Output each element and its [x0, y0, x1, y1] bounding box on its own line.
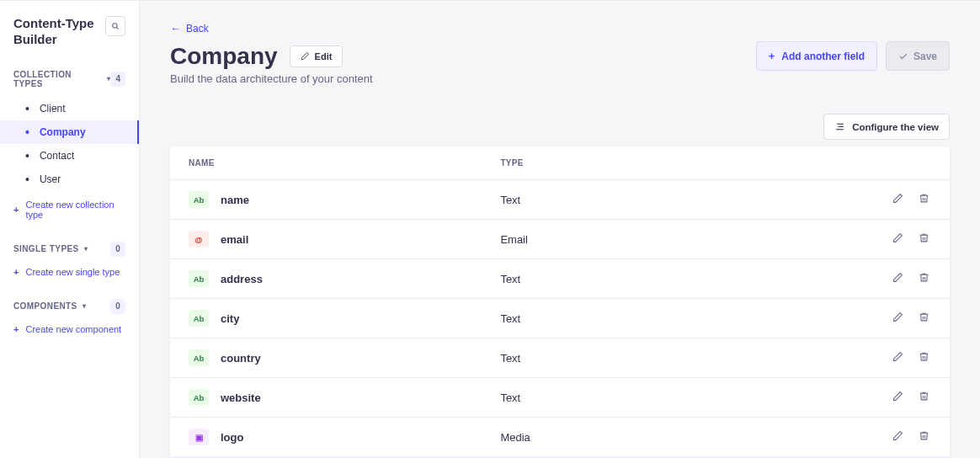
delete-field-button[interactable] [917, 310, 931, 327]
edit-field-button[interactable] [891, 270, 905, 287]
back-link[interactable]: ← Back [170, 22, 209, 35]
trash-icon [919, 194, 929, 206]
type-chip-text-icon: Ab [189, 349, 209, 366]
column-header-name: NAME [170, 146, 482, 180]
nav-section: SINGLE TYPES ▾0+Create new single type [0, 237, 139, 285]
table-row: AbcityText [170, 299, 950, 338]
configure-view-button[interactable]: Configure the view [823, 114, 950, 140]
sidebar-title: Content-Type Builder [13, 16, 105, 48]
table-row: @emailEmail [170, 220, 950, 259]
field-name: email [221, 233, 248, 246]
create-link[interactable]: +Create new single type [0, 262, 139, 285]
svg-line-1 [116, 27, 118, 29]
field-name: country [221, 352, 261, 365]
edit-field-button[interactable] [891, 310, 905, 327]
type-chip-email-icon: @ [189, 231, 209, 248]
save-button: Save [886, 41, 950, 71]
pencil-icon [892, 352, 903, 365]
field-type: Text [482, 259, 698, 299]
page-subtitle: Build the data architecture of your cont… [170, 72, 950, 85]
plus-icon: + [13, 267, 19, 277]
svg-point-0 [113, 24, 117, 28]
field-name: city [221, 312, 239, 325]
chevron-down-icon: ▾ [83, 302, 86, 310]
nav-section: COLLECTION TYPES ▾4ClientCompanyContactU… [0, 65, 139, 228]
delete-field-button[interactable] [917, 389, 931, 406]
field-type: Text [482, 180, 698, 220]
section-badge: 4 [110, 72, 125, 87]
back-label: Back [186, 23, 209, 35]
section-badge: 0 [110, 299, 125, 314]
section-label: COLLECTION TYPES ▾ [13, 70, 110, 88]
type-chip-text-icon: Ab [189, 389, 209, 406]
sidebar-item-company[interactable]: Company [0, 120, 139, 144]
trash-icon [919, 233, 929, 246]
edit-field-button[interactable] [891, 191, 905, 208]
section-header[interactable]: SINGLE TYPES ▾0 [0, 237, 139, 262]
trash-icon [919, 273, 929, 285]
type-chip-text-icon: Ab [189, 310, 209, 327]
edit-field-button[interactable] [891, 429, 905, 445]
section-header[interactable]: COLLECTION TYPES ▾4 [0, 65, 139, 93]
trash-icon [919, 312, 929, 325]
edit-field-button[interactable] [891, 231, 905, 248]
sidebar-item-client[interactable]: Client [0, 97, 139, 120]
type-chip-media-icon: ▣ [189, 429, 209, 445]
table-row: ▣logoMedia [170, 418, 950, 457]
pencil-icon [892, 194, 903, 206]
section-label: COMPONENTS ▾ [13, 301, 86, 311]
sidebar-item-user[interactable]: User [0, 168, 139, 191]
field-name: address [221, 273, 263, 285]
table-row: AbaddressText [170, 259, 950, 299]
trash-icon [919, 352, 929, 365]
plus-icon: + [13, 324, 19, 334]
create-link[interactable]: +Create new component [0, 319, 139, 343]
fields-table: NAME TYPE AbnameText@emailEmailAbaddress… [170, 146, 950, 456]
search-button[interactable] [105, 16, 125, 36]
section-badge: 0 [110, 242, 125, 257]
field-type: Text [482, 299, 698, 338]
list-icon [834, 121, 845, 132]
delete-field-button[interactable] [917, 191, 931, 208]
table-row: AbwebsiteText [170, 378, 950, 418]
edit-field-button[interactable] [891, 349, 905, 366]
create-link[interactable]: +Create new collection type [0, 194, 139, 228]
pencil-icon [892, 233, 903, 246]
delete-field-button[interactable] [917, 429, 931, 445]
add-another-field-button[interactable]: + Add another field [756, 41, 877, 71]
edit-button[interactable]: Edit [290, 45, 344, 67]
delete-field-button[interactable] [917, 349, 931, 366]
table-row: AbcountryText [170, 338, 950, 378]
field-name: logo [221, 431, 243, 444]
pencil-icon [301, 51, 310, 61]
section-header[interactable]: COMPONENTS ▾0 [0, 294, 139, 319]
fields-table-card: NAME TYPE AbnameText@emailEmailAbaddress… [170, 146, 950, 458]
check-icon [898, 51, 908, 61]
type-chip-text-icon: Ab [189, 270, 209, 287]
field-type: Email [482, 220, 698, 259]
table-row: AbnameText [170, 180, 950, 220]
field-type: Text [482, 338, 698, 378]
plus-icon: + [13, 205, 19, 215]
sidebar: Content-Type Builder COLLECTION TYPES ▾4… [0, 1, 140, 458]
pencil-icon [892, 391, 903, 404]
field-name: name [221, 194, 249, 206]
edit-field-button[interactable] [891, 389, 905, 406]
field-type: Text [482, 378, 698, 418]
pencil-icon [892, 273, 903, 285]
pencil-icon [892, 312, 903, 325]
type-chip-text-icon: Ab [189, 191, 209, 208]
delete-field-button[interactable] [917, 270, 931, 287]
nav-section: COMPONENTS ▾0+Create new component [0, 294, 139, 343]
chevron-down-icon: ▾ [84, 245, 88, 253]
trash-icon [919, 391, 929, 404]
trash-icon [919, 431, 929, 444]
column-header-type: TYPE [482, 146, 698, 180]
pencil-icon [892, 431, 903, 444]
sidebar-item-contact[interactable]: Contact [0, 144, 139, 168]
section-label: SINGLE TYPES ▾ [13, 244, 88, 253]
page-title: Company [170, 43, 278, 70]
main-content: ← Back Company Edit + Add another field [140, 1, 980, 458]
arrow-left-icon: ← [170, 22, 181, 35]
delete-field-button[interactable] [917, 231, 931, 248]
